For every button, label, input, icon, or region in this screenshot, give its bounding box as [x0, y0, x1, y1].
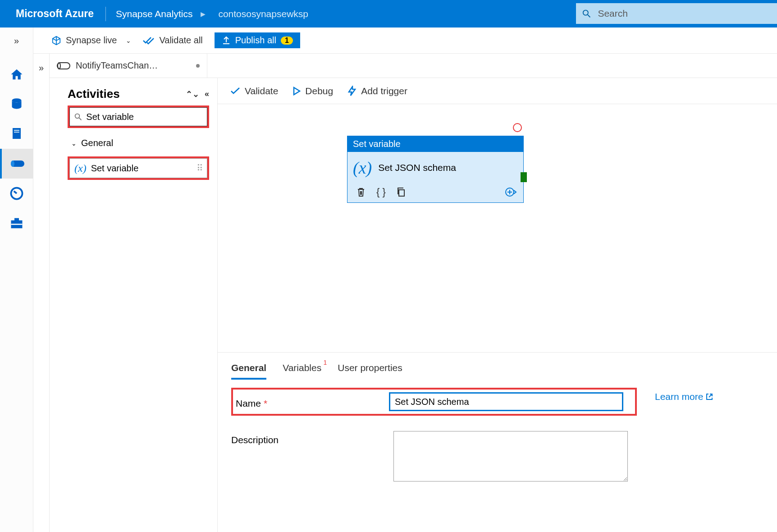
- chevron-right-icon: ▶: [198, 10, 208, 18]
- global-search[interactable]: [576, 3, 777, 24]
- unsaved-indicator: [196, 64, 200, 68]
- svg-line-9: [14, 191, 16, 193]
- activity-description-input[interactable]: [393, 431, 628, 482]
- external-link-icon: [706, 393, 713, 400]
- synapse-live-label: Synapse live: [66, 35, 117, 46]
- svg-rect-4: [14, 130, 19, 131]
- left-nav: »: [0, 28, 33, 532]
- svg-line-16: [79, 118, 82, 120]
- panel-collapse-icon[interactable]: «: [205, 89, 209, 99]
- publish-all-label: Publish all: [235, 35, 276, 46]
- nav-manage[interactable]: [0, 208, 33, 238]
- play-icon: [293, 87, 301, 96]
- node-type-label: Set variable: [347, 136, 523, 152]
- node-validation-indicator: [513, 123, 522, 132]
- database-icon: [10, 97, 23, 111]
- panel-expand-button[interactable]: »: [33, 54, 50, 532]
- svg-rect-12: [11, 224, 22, 225]
- svg-rect-3: [13, 128, 21, 139]
- activity-item-label: Set variable: [91, 163, 139, 174]
- home-icon: [10, 68, 23, 81]
- chevron-down-icon: ⌄: [71, 140, 77, 147]
- synapse-live-dropdown[interactable]: Synapse live ⌄: [51, 35, 131, 46]
- pipeline-tab[interactable]: NotifiyTeamsChan…: [50, 54, 207, 78]
- toolbox-icon: [10, 217, 23, 229]
- name-label: Name *: [236, 394, 389, 409]
- properties-panel: General Variables 1 User properties: [218, 352, 777, 482]
- svg-point-15: [75, 114, 80, 118]
- activity-name-input[interactable]: [389, 392, 623, 411]
- activities-search-highlight: [68, 105, 209, 128]
- search-icon: [74, 113, 82, 121]
- activity-item-highlight: (x) Set variable ⠿: [68, 156, 209, 180]
- activities-heading: Activities ⌃⌄ «: [68, 87, 209, 101]
- breadcrumb-workspace[interactable]: contososynapsewksp: [208, 9, 314, 19]
- editor-tabstrip: NotifiyTeamsChan…: [50, 54, 777, 78]
- tab-variables[interactable]: Variables 1: [283, 362, 321, 380]
- nav-home[interactable]: [0, 60, 33, 89]
- global-search-input[interactable]: [598, 8, 777, 19]
- add-trigger-button[interactable]: Add trigger: [347, 86, 407, 96]
- nav-develop[interactable]: [0, 119, 33, 149]
- add-trigger-label: Add trigger: [361, 86, 407, 96]
- variable-icon: (x): [353, 159, 372, 176]
- activity-node-set-variable[interactable]: Set variable (x) Set JSON schema { }: [347, 136, 524, 203]
- nav-integrate[interactable]: [0, 149, 33, 179]
- debug-button[interactable]: Debug: [293, 86, 333, 96]
- svg-rect-13: [57, 63, 70, 69]
- publish-count-badge: 1: [281, 37, 293, 45]
- tab-user-properties[interactable]: User properties: [338, 362, 402, 380]
- node-name-label: Set JSON schema: [378, 162, 456, 173]
- activity-set-variable[interactable]: (x) Set variable ⠿: [69, 158, 207, 178]
- activity-group-general[interactable]: ⌄ General: [68, 138, 209, 148]
- copy-icon[interactable]: [397, 187, 406, 197]
- validate-all-button[interactable]: Validate all: [143, 35, 202, 46]
- debug-label: Debug: [305, 86, 333, 96]
- gauge-icon: [10, 187, 23, 200]
- svg-point-7: [11, 161, 14, 167]
- drag-grip-icon[interactable]: ⠿: [197, 163, 202, 174]
- tab-general[interactable]: General: [231, 362, 266, 380]
- svg-rect-17: [399, 190, 404, 196]
- activity-group-label: General: [81, 138, 113, 148]
- workspace-toolbar: Synapse live ⌄ Validate all Publish all …: [33, 28, 777, 54]
- brand-label[interactable]: Microsoft Azure: [0, 8, 105, 20]
- check-all-icon: [143, 37, 155, 45]
- trigger-icon: [347, 86, 357, 96]
- pipeline-tab-icon: [57, 61, 70, 70]
- validate-all-label: Validate all: [159, 35, 202, 46]
- breadcrumb-service[interactable]: Synapse Analytics: [106, 9, 198, 19]
- document-icon: [11, 127, 22, 141]
- pipeline-icon: [10, 159, 25, 169]
- nav-monitor[interactable]: [0, 179, 33, 208]
- collapse-all-icon[interactable]: ⌃⌄: [186, 89, 199, 99]
- svg-point-2: [12, 98, 21, 102]
- check-icon: [230, 87, 240, 95]
- top-header: Microsoft Azure Synapse Analytics ▶ cont…: [0, 0, 777, 28]
- variable-icon: (x): [74, 162, 87, 174]
- description-label: Description: [231, 431, 384, 445]
- svg-point-0: [583, 10, 588, 15]
- validate-button[interactable]: Validate: [230, 86, 278, 96]
- node-output-handle[interactable]: [521, 172, 527, 182]
- name-row-highlight: Name *: [231, 388, 637, 416]
- cube-icon: [51, 36, 61, 46]
- learn-more-link[interactable]: Learn more: [655, 388, 713, 402]
- pipeline-canvas[interactable]: Validate Debug Add trigger: [217, 78, 777, 532]
- search-icon: [582, 9, 590, 18]
- svg-rect-11: [14, 218, 19, 222]
- add-output-icon[interactable]: [505, 187, 517, 197]
- nav-data[interactable]: [0, 89, 33, 119]
- activities-panel: Activities ⌃⌄ «: [50, 78, 217, 532]
- canvas-area[interactable]: Set variable (x) Set JSON schema { }: [218, 104, 777, 352]
- publish-all-button[interactable]: Publish all 1: [215, 32, 300, 48]
- tab-variables-badge: 1: [323, 359, 327, 366]
- svg-rect-5: [14, 132, 19, 133]
- nav-expand-button[interactable]: »: [14, 36, 19, 46]
- upload-icon: [222, 36, 231, 45]
- delete-icon[interactable]: [357, 187, 366, 197]
- svg-point-14: [58, 63, 60, 69]
- activities-search-input[interactable]: [86, 112, 202, 122]
- pipeline-tab-label: NotifiyTeamsChan…: [76, 60, 158, 71]
- braces-icon[interactable]: { }: [376, 186, 386, 198]
